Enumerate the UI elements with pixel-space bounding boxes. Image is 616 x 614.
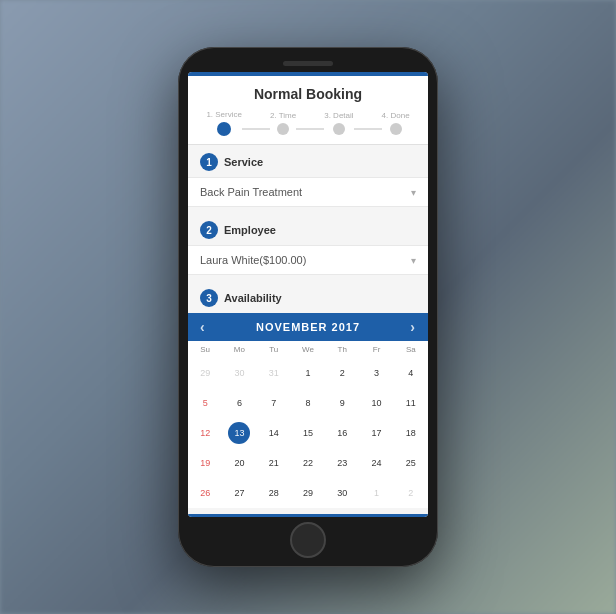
calendar-day[interactable]: 18	[394, 418, 428, 448]
calendar-day[interactable]: 7	[257, 388, 291, 418]
calendar-day[interactable]: 20	[222, 448, 256, 478]
col-mo: Mo	[222, 341, 256, 358]
col-tu: Tu	[257, 341, 291, 358]
calendar-day[interactable]: 13	[222, 418, 256, 448]
step-3: 3. Detail	[324, 111, 353, 135]
calendar-row-4: 262728293012	[188, 478, 428, 508]
service-title: Service	[224, 156, 263, 168]
calendar-row-2: 12131415161718	[188, 418, 428, 448]
calendar-day[interactable]: 29	[188, 358, 222, 388]
step-1: 1. Service	[206, 110, 242, 136]
service-section-header: 1 Service	[188, 145, 428, 177]
calendar-day[interactable]: 14	[257, 418, 291, 448]
calendar-day[interactable]: 30	[325, 478, 359, 508]
calendar-day[interactable]: 6	[222, 388, 256, 418]
calendar-day[interactable]: 28	[257, 478, 291, 508]
step-line-2	[296, 128, 324, 130]
availability-number: 3	[200, 289, 218, 307]
employee-title: Employee	[224, 224, 276, 236]
calendar-day[interactable]: 4	[394, 358, 428, 388]
calendar-day[interactable]: 15	[291, 418, 325, 448]
calendar-day[interactable]: 25	[394, 448, 428, 478]
step-1-label: 1. Service	[206, 110, 242, 119]
service-value: Back Pain Treatment	[200, 186, 302, 198]
calendar-day[interactable]: 22	[291, 448, 325, 478]
step-1-dot	[217, 122, 231, 136]
calendar-header: ‹ NOVEMBER 2017 ›	[188, 313, 428, 341]
phone-screen: Normal Booking 1. Service 2. Time 3. Det…	[188, 72, 428, 517]
calendar-day[interactable]: 31	[257, 358, 291, 388]
calendar-day[interactable]: 1	[291, 358, 325, 388]
employee-value: Laura White($100.00)	[200, 254, 306, 266]
calendar: ‹ NOVEMBER 2017 › Su Mo Tu We Th	[188, 313, 428, 508]
step-4-dot	[390, 123, 402, 135]
service-number: 1	[200, 153, 218, 171]
col-fr: Fr	[359, 341, 393, 358]
employee-dropdown[interactable]: Laura White($100.00) ▾	[188, 245, 428, 275]
calendar-prev[interactable]: ‹	[200, 319, 206, 335]
step-line-3	[354, 128, 382, 130]
calendar-day[interactable]: 23	[325, 448, 359, 478]
calendar-row-0: 2930311234	[188, 358, 428, 388]
employee-arrow: ▾	[411, 255, 416, 266]
calendar-row-3: 19202122232425	[188, 448, 428, 478]
home-button[interactable]	[290, 522, 326, 558]
phone-container: Normal Booking 1. Service 2. Time 3. Det…	[178, 47, 438, 567]
service-arrow: ▾	[411, 187, 416, 198]
service-dropdown[interactable]: Back Pain Treatment ▾	[188, 177, 428, 207]
availability-title: Availability	[224, 292, 282, 304]
step-4-label: 4. Done	[382, 111, 410, 120]
calendar-day[interactable]: 12	[188, 418, 222, 448]
calendar-day[interactable]: 16	[325, 418, 359, 448]
phone-speaker	[283, 61, 333, 66]
calendar-day[interactable]: 8	[291, 388, 325, 418]
calendar-day[interactable]: 19	[188, 448, 222, 478]
calendar-day[interactable]: 3	[359, 358, 393, 388]
calendar-month-year: NOVEMBER 2017	[256, 321, 360, 333]
calendar-day[interactable]: 29	[291, 478, 325, 508]
availability-section-header: 3 Availability	[188, 281, 428, 313]
col-su: Su	[188, 341, 222, 358]
screen-content: 1 Service Back Pain Treatment ▾ 2 Employ…	[188, 145, 428, 517]
calendar-day[interactable]: 11	[394, 388, 428, 418]
screen-header: Normal Booking 1. Service 2. Time 3. Det…	[188, 76, 428, 145]
app-title: Normal Booking	[200, 86, 416, 102]
step-2: 2. Time	[270, 111, 296, 135]
calendar-day[interactable]: 30	[222, 358, 256, 388]
calendar-day[interactable]: 10	[359, 388, 393, 418]
calendar-day[interactable]: 27	[222, 478, 256, 508]
steps-container: 1. Service 2. Time 3. Detail	[200, 110, 416, 136]
step-2-label: 2. Time	[270, 111, 296, 120]
calendar-day[interactable]: 26	[188, 478, 222, 508]
calendar-day[interactable]: 17	[359, 418, 393, 448]
col-we: We	[291, 341, 325, 358]
calendar-day-headers: Su Mo Tu We Th Fr Sa	[188, 341, 428, 358]
calendar-grid: Su Mo Tu We Th Fr Sa 2930311234567891011…	[188, 341, 428, 508]
step-3-dot	[333, 123, 345, 135]
phone-frame: Normal Booking 1. Service 2. Time 3. Det…	[178, 47, 438, 567]
calendar-day[interactable]: 9	[325, 388, 359, 418]
step-3-label: 3. Detail	[324, 111, 353, 120]
calendar-day[interactable]: 2	[325, 358, 359, 388]
employee-section-header: 2 Employee	[188, 213, 428, 245]
col-th: Th	[325, 341, 359, 358]
col-sa: Sa	[394, 341, 428, 358]
calendar-day[interactable]: 5	[188, 388, 222, 418]
step-2-dot	[277, 123, 289, 135]
next-button[interactable]: NEXT	[188, 514, 428, 517]
calendar-row-1: 567891011	[188, 388, 428, 418]
calendar-next[interactable]: ›	[410, 319, 416, 335]
calendar-day[interactable]: 24	[359, 448, 393, 478]
step-line-1	[242, 128, 270, 130]
calendar-day[interactable]: 21	[257, 448, 291, 478]
calendar-day[interactable]: 1	[359, 478, 393, 508]
employee-number: 2	[200, 221, 218, 239]
calendar-day[interactable]: 2	[394, 478, 428, 508]
step-4: 4. Done	[382, 111, 410, 135]
